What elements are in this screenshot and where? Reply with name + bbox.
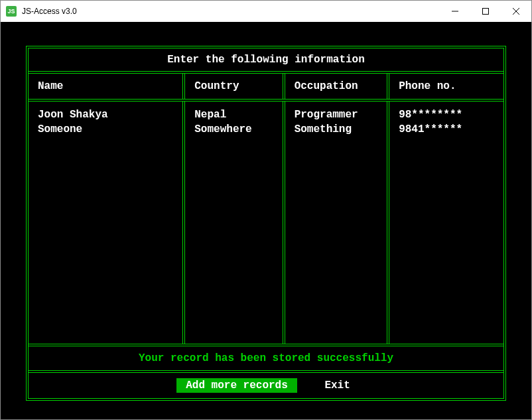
cell-phone: 98******** (399, 108, 494, 123)
cell-country: Somewhere (194, 123, 273, 137)
svg-rect-1 (483, 9, 489, 15)
cell-occupation: Programmer (295, 108, 378, 123)
table-data-row: Joon Shakya Someone Nepal Somewhere Prog… (29, 102, 503, 346)
exit-button[interactable]: Exit (319, 378, 355, 393)
name-column: Joon Shakya Someone (29, 102, 185, 344)
client-area: Enter the following information Name Cou… (1, 22, 531, 419)
cell-country: Nepal (194, 108, 273, 123)
app-window: JS JS-Access v3.0 Enter the following in… (0, 0, 532, 420)
column-header-name: Name (29, 74, 185, 99)
phone-column: 98******** 9841****** (389, 102, 503, 344)
column-header-occupation: Occupation (285, 74, 390, 99)
minimize-button[interactable] (440, 1, 470, 22)
button-row: Add more records Exit (29, 373, 503, 398)
form-header: Enter the following information (29, 48, 503, 74)
close-button[interactable] (501, 1, 531, 22)
titlebar[interactable]: JS JS-Access v3.0 (1, 1, 531, 22)
cell-occupation: Something (295, 123, 378, 137)
add-more-records-button[interactable]: Add more records (176, 378, 297, 393)
app-icon: JS (6, 6, 17, 17)
cell-name: Someone (38, 123, 173, 137)
cell-name: Joon Shakya (38, 108, 173, 123)
cell-phone: 9841****** (399, 123, 494, 137)
column-header-country: Country (185, 74, 285, 99)
table-header-row: Name Country Occupation Phone no. (29, 74, 503, 102)
status-message: Your record has been stored successfully (29, 346, 503, 373)
content-box: Enter the following information Name Cou… (26, 46, 506, 401)
window-title: JS-Access v3.0 (22, 7, 77, 16)
maximize-button[interactable] (470, 1, 501, 22)
occupation-column: Programmer Something (285, 102, 390, 344)
column-header-phone: Phone no. (389, 74, 503, 99)
country-column: Nepal Somewhere (185, 102, 285, 344)
